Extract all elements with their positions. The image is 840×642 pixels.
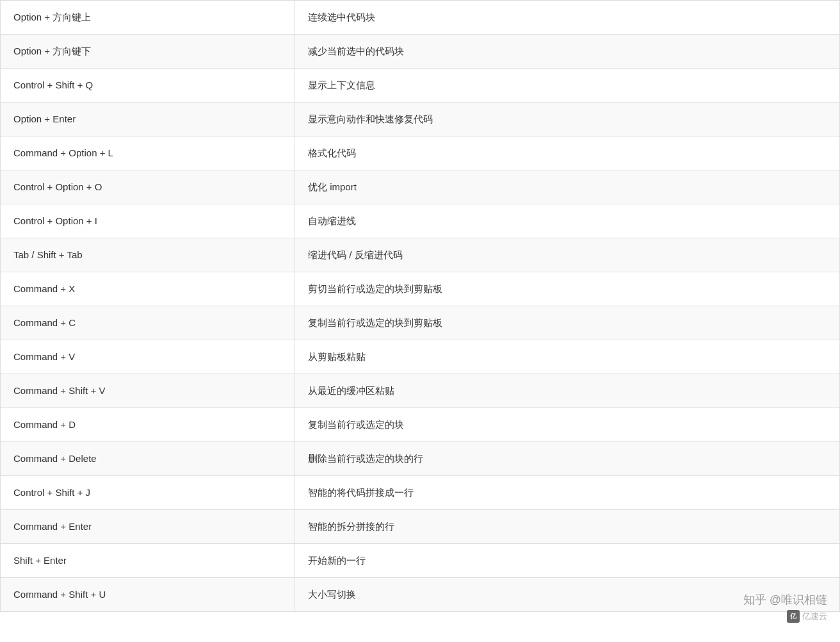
shortcut-description: 格式化代码 <box>295 136 840 170</box>
shortcut-description: 复制当前行或选定的块 <box>295 408 840 442</box>
shortcut-key: Command + Option + L <box>1 136 295 170</box>
table-row: Option + 方向键上连续选中代码块 <box>1 1 840 35</box>
shortcut-key: Command + D <box>1 408 295 442</box>
shortcut-key: Option + 方向键下 <box>1 35 295 69</box>
table-row: Command + V从剪贴板粘贴 <box>1 340 840 374</box>
shortcut-key: Command + V <box>1 340 295 374</box>
table-row: Control + Shift + J智能的将代码拼接成一行 <box>1 476 840 510</box>
shortcut-description: 从最近的缓冲区粘贴 <box>295 374 840 408</box>
logo-text: 亿速云 <box>802 611 827 622</box>
watermark: 知乎 @唯识相链 亿 亿速云 <box>743 592 827 623</box>
shortcut-description: 开始新的一行 <box>295 544 840 578</box>
shortcut-key: Command + Delete <box>1 442 295 476</box>
watermark-zhihu-text: 知乎 @唯识相链 <box>743 592 827 607</box>
shortcut-key: Command + Shift + V <box>1 374 295 408</box>
table-row: Command + X剪切当前行或选定的块到剪贴板 <box>1 272 840 306</box>
shortcut-key: Command + C <box>1 306 295 340</box>
shortcut-key: Command + Enter <box>1 510 295 544</box>
shortcut-description: 缩进代码 / 反缩进代码 <box>295 238 840 272</box>
table-row: Control + Shift + Q显示上下文信息 <box>1 69 840 103</box>
shortcut-description: 删除当前行或选定的块的行 <box>295 442 840 476</box>
logo-icon: 亿 <box>787 610 800 623</box>
shortcut-key: Option + Enter <box>1 103 295 136</box>
table-row: Command + Enter智能的拆分拼接的行 <box>1 510 840 544</box>
table-row: Control + Option + I自动缩进线 <box>1 204 840 238</box>
table-row: Shift + Enter开始新的一行 <box>1 544 840 578</box>
shortcut-description: 自动缩进线 <box>295 204 840 238</box>
shortcut-description: 连续选中代码块 <box>295 1 840 35</box>
table-row: Command + Option + L格式化代码 <box>1 136 840 170</box>
shortcut-key: Control + Shift + J <box>1 476 295 510</box>
shortcut-description: 从剪贴板粘贴 <box>295 340 840 374</box>
watermark-logo: 亿 亿速云 <box>743 610 827 623</box>
table-row: Command + Shift + V从最近的缓冲区粘贴 <box>1 374 840 408</box>
table-row: Control + Option + O优化 import <box>1 170 840 204</box>
shortcut-key: Option + 方向键上 <box>1 1 295 35</box>
shortcut-description: 优化 import <box>295 170 840 204</box>
shortcut-key: Control + Shift + Q <box>1 69 295 103</box>
shortcut-key: Control + Option + I <box>1 204 295 238</box>
table-row: Command + D复制当前行或选定的块 <box>1 408 840 442</box>
shortcut-key: Tab / Shift + Tab <box>1 238 295 272</box>
shortcut-description: 显示上下文信息 <box>295 69 840 103</box>
shortcut-description: 减少当前选中的代码块 <box>295 35 840 69</box>
table-row: Command + Shift + U大小写切换 <box>1 578 840 612</box>
page-container: Option + 方向键上连续选中代码块Option + 方向键下减少当前选中的… <box>0 0 840 642</box>
table-row: Command + C复制当前行或选定的块到剪贴板 <box>1 306 840 340</box>
shortcut-key: Shift + Enter <box>1 544 295 578</box>
shortcut-description: 显示意向动作和快速修复代码 <box>295 103 840 136</box>
shortcut-description: 剪切当前行或选定的块到剪贴板 <box>295 272 840 306</box>
shortcut-description: 智能的将代码拼接成一行 <box>295 476 840 510</box>
shortcut-description: 复制当前行或选定的块到剪贴板 <box>295 306 840 340</box>
table-row: Tab / Shift + Tab缩进代码 / 反缩进代码 <box>1 238 840 272</box>
shortcut-key: Command + Shift + U <box>1 578 295 612</box>
table-row: Command + Delete删除当前行或选定的块的行 <box>1 442 840 476</box>
shortcut-key: Command + X <box>1 272 295 306</box>
shortcut-description: 智能的拆分拼接的行 <box>295 510 840 544</box>
table-row: Option + 方向键下减少当前选中的代码块 <box>1 35 840 69</box>
shortcut-table: Option + 方向键上连续选中代码块Option + 方向键下减少当前选中的… <box>0 0 840 612</box>
table-row: Option + Enter显示意向动作和快速修复代码 <box>1 103 840 136</box>
shortcut-key: Control + Option + O <box>1 170 295 204</box>
